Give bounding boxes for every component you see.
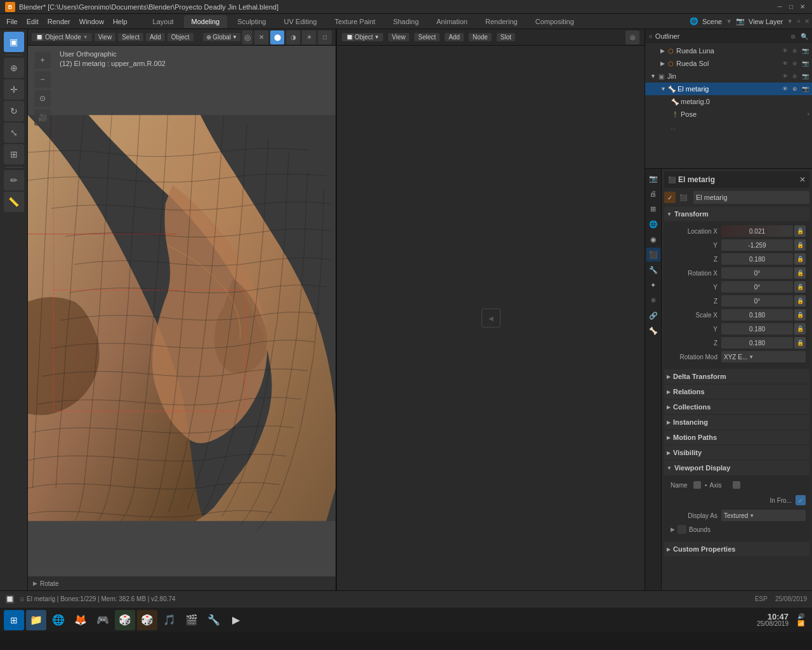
shading-material[interactable]: ◑ bbox=[286, 30, 300, 44]
tool-cursor[interactable]: ⊕ bbox=[4, 58, 24, 78]
location-x-input[interactable]: 0.021 bbox=[721, 225, 793, 237]
vp2-overlay[interactable]: ◎ bbox=[625, 30, 639, 44]
outliner-item-rueda-sol[interactable]: ▶ ⬡ Rueda Sol 👁 ⊕ 📷 bbox=[645, 57, 812, 70]
menu-edit[interactable]: Edit bbox=[23, 17, 43, 27]
vp2-add[interactable]: Add bbox=[445, 33, 464, 41]
viewport-visibility[interactable]: ⊕ bbox=[790, 59, 799, 68]
location-z-input[interactable]: 0.180 bbox=[721, 253, 793, 265]
viewport-visibility[interactable]: ⊕ bbox=[790, 84, 799, 93]
tab-uv-editing[interactable]: UV Editing bbox=[276, 15, 324, 28]
taskbar-tool[interactable]: 🔧 bbox=[204, 610, 224, 630]
minimize-button[interactable]: ─ bbox=[775, 3, 784, 11]
render-visibility[interactable]: 📷 bbox=[801, 84, 809, 93]
maximize-button[interactable]: □ bbox=[787, 3, 796, 11]
tool-scale[interactable]: ⤡ bbox=[4, 123, 24, 143]
taskbar-blender2[interactable]: 🎲 bbox=[137, 610, 157, 630]
outliner-item-el-metarig[interactable]: ▼ 🦴 El metarig 👁 ⊕ 📷 bbox=[645, 83, 812, 95]
vp2-slot[interactable]: Slot bbox=[497, 33, 515, 41]
props-constraints-icon[interactable]: 🔗 bbox=[646, 308, 660, 322]
instancing-section[interactable]: ▶ Instancing bbox=[664, 415, 809, 429]
xray-toggle[interactable]: ✕ bbox=[254, 30, 268, 44]
visibility-eye[interactable]: 👁 bbox=[780, 46, 789, 55]
vp2-node[interactable]: Node bbox=[469, 33, 492, 41]
lock-location-z[interactable]: 🔒 bbox=[794, 253, 806, 265]
add-menu[interactable]: Add bbox=[146, 33, 165, 41]
props-output-icon[interactable]: 🖨 bbox=[646, 187, 660, 201]
lock-location-y[interactable]: 🔒 bbox=[794, 239, 806, 251]
lock-rotation-z[interactable]: 🔒 bbox=[794, 295, 806, 307]
location-y-input[interactable]: -1.259 bbox=[721, 239, 793, 251]
tab-shading[interactable]: Shading bbox=[386, 15, 426, 28]
taskbar-blender[interactable]: 🎲 bbox=[115, 610, 135, 630]
taskbar-game[interactable]: 🎮 bbox=[93, 610, 113, 630]
visibility-eye[interactable]: 👁 bbox=[780, 84, 789, 93]
select-menu[interactable]: Select bbox=[118, 33, 143, 41]
rotation-z-input[interactable]: 0° bbox=[721, 295, 793, 307]
visibility-eye[interactable]: 👁 bbox=[780, 72, 789, 81]
scale-z-input[interactable]: 0.180 bbox=[721, 337, 793, 348]
transform-section-header[interactable]: ▼ Transform bbox=[664, 207, 809, 221]
tab-texture-paint[interactable]: Texture Paint bbox=[327, 15, 383, 28]
lock-rotation-y[interactable]: 🔒 bbox=[794, 281, 806, 293]
tab-sculpting[interactable]: Sculpting bbox=[230, 15, 273, 28]
lock-scale-y[interactable]: 🔒 bbox=[794, 323, 806, 335]
window-controls[interactable]: ─ □ ✕ bbox=[775, 3, 807, 11]
render-visibility[interactable]: 📷 bbox=[801, 59, 809, 68]
nav-zoom-out[interactable]: − bbox=[34, 71, 51, 88]
custom-properties-section[interactable]: ▶ Custom Properties bbox=[664, 542, 809, 556]
shading-rendered[interactable]: ☀ bbox=[302, 30, 316, 44]
menu-render[interactable]: Render bbox=[44, 17, 74, 27]
panel-close[interactable]: ✕ bbox=[799, 175, 806, 184]
outliner-search[interactable]: 🔍 bbox=[801, 33, 808, 40]
menu-file[interactable]: File bbox=[3, 17, 22, 27]
close-button[interactable]: ✕ bbox=[798, 3, 807, 11]
render-visibility[interactable]: 📷 bbox=[801, 72, 809, 81]
tool-rotate[interactable]: ↻ bbox=[4, 101, 24, 121]
collapse-panel-btn[interactable]: ◀ bbox=[481, 308, 501, 328]
tool-annotate[interactable]: ✏ bbox=[4, 170, 24, 190]
props-object-icon[interactable]: ⬛ bbox=[646, 248, 660, 262]
tool-move[interactable]: ✛ bbox=[4, 79, 24, 100]
menu-help[interactable]: Help bbox=[109, 17, 131, 27]
visibility-eye[interactable]: 👁 bbox=[780, 59, 789, 68]
lock-rotation-x[interactable]: 🔒 bbox=[794, 267, 806, 279]
shading-solid[interactable]: ⬤ bbox=[270, 30, 284, 44]
shading-wireframe[interactable]: □ bbox=[318, 30, 332, 44]
object-menu[interactable]: Object bbox=[167, 33, 193, 41]
nav-zoom-in[interactable]: + bbox=[34, 52, 51, 69]
props-view-layer-icon[interactable]: ⊞ bbox=[646, 202, 660, 216]
overlay-toggle[interactable]: ◎ bbox=[242, 30, 252, 44]
viewport-visibility[interactable]: ⊕ bbox=[790, 72, 799, 81]
props-modifier-icon[interactable]: 🔧 bbox=[646, 263, 660, 277]
tool-measure[interactable]: 📏 bbox=[4, 192, 24, 212]
transform-orientation[interactable]: ⊕ Global ▼ bbox=[203, 33, 240, 41]
taskbar-audio[interactable]: 🎵 bbox=[159, 610, 180, 630]
start-button[interactable]: ⊞ bbox=[4, 610, 24, 630]
vp2-object-mode[interactable]: 🔲 Object ▼ bbox=[342, 33, 383, 41]
main-viewport[interactable]: 🔲 Object Mode ▼ View Select Add Object ⊕… bbox=[28, 29, 336, 590]
lock-scale-z[interactable]: 🔒 bbox=[794, 337, 806, 348]
viewport-visibility[interactable]: ⊕ bbox=[790, 46, 799, 55]
outliner-filter[interactable]: ⊕ bbox=[790, 33, 796, 40]
view-menu[interactable]: View bbox=[95, 33, 116, 41]
taskbar-edge[interactable]: 🌐 bbox=[48, 610, 69, 630]
viewport-display-section[interactable]: ▼ Viewport Display bbox=[664, 461, 809, 475]
menu-window[interactable]: Window bbox=[75, 17, 108, 27]
display-as-dropdown[interactable]: Textured ▼ bbox=[721, 510, 806, 521]
props-object-data-icon[interactable]: 🦴 bbox=[646, 324, 660, 338]
name-dot[interactable] bbox=[693, 481, 701, 489]
props-physics-icon[interactable]: ⚛ bbox=[646, 293, 660, 307]
nav-camera[interactable]: 🎥 bbox=[34, 109, 51, 126]
rotation-y-input[interactable]: 0° bbox=[721, 281, 793, 293]
mode-selector[interactable]: 🔲 Object Mode ▼ bbox=[32, 33, 92, 41]
secondary-viewport-canvas[interactable]: ◀ bbox=[337, 46, 645, 590]
vp2-view[interactable]: View bbox=[388, 33, 410, 41]
nav-persp[interactable]: ⊙ bbox=[34, 90, 51, 107]
rotation-mod-dropdown[interactable]: XYZ E... ▼ bbox=[721, 351, 806, 362]
tab-rendering[interactable]: Rendering bbox=[478, 15, 525, 28]
scale-x-input[interactable]: 0.180 bbox=[721, 309, 793, 321]
taskbar-explorer[interactable]: 📁 bbox=[26, 610, 46, 630]
tool-select[interactable]: ▣ bbox=[4, 32, 24, 52]
viewport-canvas[interactable] bbox=[28, 46, 336, 590]
render-visibility[interactable]: 📷 bbox=[801, 46, 809, 55]
